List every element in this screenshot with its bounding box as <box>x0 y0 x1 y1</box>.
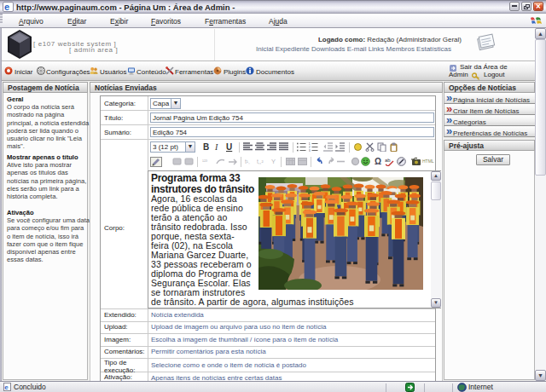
svg-text:t,,²: t,,² <box>257 159 264 164</box>
svg-text:¹²³: ¹²³ <box>202 159 207 164</box>
svg-text:e: e <box>4 383 9 391</box>
svg-text:ab: ab <box>385 158 391 163</box>
svg-text:3: 3 <box>309 148 311 152</box>
svg-text:Y: Y <box>271 158 276 165</box>
svg-text:t¹,,: t¹,, <box>245 159 250 164</box>
